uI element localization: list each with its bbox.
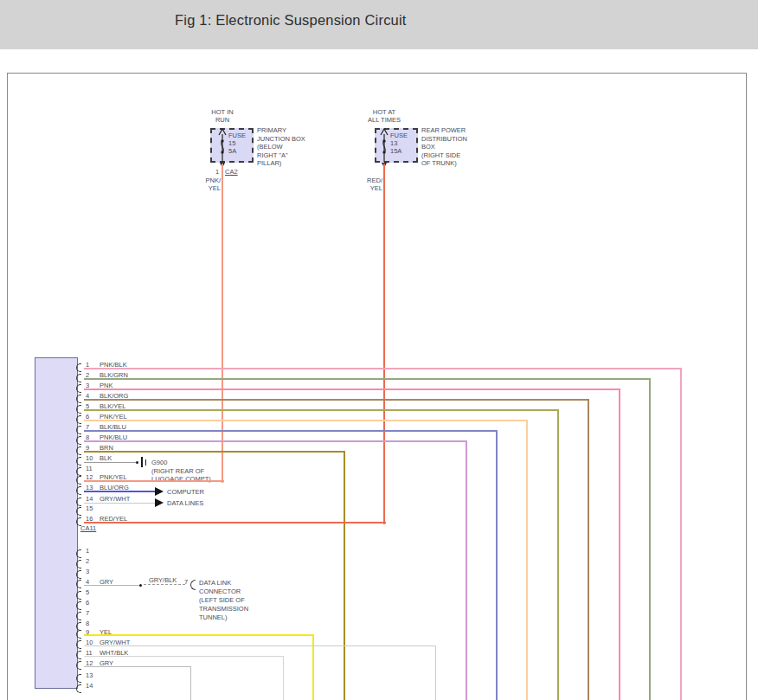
figure-title: Fig 1: Electronic Suspension Circuit bbox=[175, 12, 407, 29]
pin-hook-icon bbox=[76, 591, 81, 600]
pin-hook-icon bbox=[76, 446, 81, 455]
fuse-symbol-icon bbox=[377, 127, 391, 164]
wire-segment bbox=[84, 462, 136, 463]
fuse-desc-line: REAR POWER bbox=[421, 126, 466, 134]
wire-segment bbox=[344, 452, 345, 700]
wire-color-label: RED/ bbox=[348, 177, 382, 184]
wire-color-label: PNK/ bbox=[186, 177, 221, 184]
wire-color-label: BLK bbox=[100, 454, 112, 462]
fuse-desc-line: JUNCTION BOX bbox=[257, 135, 305, 143]
fuse-desc-line: BOX bbox=[421, 143, 435, 151]
pin-number: 3 bbox=[86, 568, 89, 575]
pin-hook-icon bbox=[76, 630, 81, 639]
fuse-desc-line: PILLAR) bbox=[257, 159, 281, 167]
wire-segment bbox=[84, 378, 651, 380]
wire-segment-pnk-yel-feed bbox=[222, 164, 223, 483]
pin-hook-icon bbox=[76, 612, 81, 620]
computer-label-line: DATA LINES bbox=[167, 499, 203, 507]
wire-color-label: GRY/WHT bbox=[100, 495, 130, 503]
wire-segment bbox=[84, 666, 191, 667]
wire-segment bbox=[84, 585, 139, 586]
dashed-wire-segment bbox=[144, 584, 185, 585]
fuse-name: FUSE bbox=[228, 132, 246, 139]
wire-segment bbox=[283, 656, 284, 700]
wire-segment bbox=[84, 503, 155, 504]
dlc-desc-line: CONNECTOR bbox=[199, 588, 241, 595]
dlc-desc-line: (LEFT SIDE OF bbox=[199, 596, 245, 604]
wire-segment bbox=[84, 399, 589, 401]
pin-hook-icon bbox=[76, 436, 81, 445]
fuse-rating: 5A bbox=[228, 147, 236, 155]
pin-hook-icon bbox=[76, 674, 81, 683]
pin-number: 1 bbox=[86, 547, 89, 555]
ground-label: G900 bbox=[151, 459, 167, 466]
pin-hook-icon bbox=[76, 601, 81, 610]
wire-segment bbox=[496, 431, 498, 700]
pin-number: 5 bbox=[86, 588, 89, 596]
pin-number: 8 bbox=[86, 620, 89, 627]
fuse-pin-number: 1 bbox=[215, 168, 219, 176]
wire-segment bbox=[84, 409, 559, 411]
pin-number: 15 bbox=[86, 504, 93, 512]
dlc-desc-line: TUNNEL) bbox=[199, 613, 228, 621]
pin-number: 2 bbox=[86, 557, 89, 565]
pin-hook-icon bbox=[76, 549, 81, 558]
fuse-desc-line: PRIMARY bbox=[257, 126, 286, 134]
fuse-desc-line: RIGHT "A" bbox=[257, 151, 288, 159]
title-banner: Fig 1: Electronic Suspension Circuit bbox=[0, 0, 758, 49]
diagram-canvas: HOT IN RUN FUSE 15 5A PRIMARY JUNCTION B… bbox=[7, 73, 747, 700]
pin-hook-icon bbox=[76, 363, 81, 372]
pin-hook-icon bbox=[76, 560, 81, 568]
pin-number: 6 bbox=[86, 599, 89, 607]
pin-hook-icon bbox=[76, 384, 81, 393]
pin-number: 14 bbox=[86, 682, 93, 690]
dlc-desc-line: DATA LINK bbox=[199, 579, 231, 587]
wire-segment bbox=[84, 522, 386, 523]
fuse-name: FUSE bbox=[390, 132, 408, 139]
pin-hook-icon bbox=[76, 405, 81, 414]
wire-segment bbox=[84, 480, 224, 482]
hot-label-line: HOT IN bbox=[183, 108, 261, 116]
arrow-right-icon bbox=[155, 487, 164, 496]
pin-hook-icon bbox=[76, 426, 81, 434]
pin-hook-icon bbox=[76, 580, 81, 588]
pin-hook-icon bbox=[76, 476, 81, 485]
wire-segment bbox=[190, 666, 191, 700]
fuse-desc-line: OF TRUNK) bbox=[421, 159, 457, 167]
wire-color-label: YEL bbox=[186, 184, 221, 192]
wire-segment bbox=[435, 645, 436, 700]
wire-segment bbox=[84, 420, 528, 421]
fuse-number: 15 bbox=[228, 139, 235, 147]
wire-segment bbox=[84, 491, 155, 492]
fuse-symbol-icon bbox=[215, 127, 229, 164]
connector-label: CA11 bbox=[80, 524, 96, 532]
pin-hook-icon bbox=[76, 374, 81, 382]
pin-hook-icon bbox=[76, 570, 81, 579]
fuse-desc-line: (RIGHT SIDE bbox=[421, 151, 460, 159]
wire-segment bbox=[84, 451, 345, 453]
wire-segment bbox=[84, 634, 314, 636]
wire-segment bbox=[466, 441, 467, 700]
page: { "title": "Fig 1: Electronic Suspension… bbox=[0, 0, 758, 700]
wire-segment bbox=[649, 379, 651, 700]
fuse-number: 13 bbox=[390, 139, 397, 147]
pin-number: 11 bbox=[86, 465, 93, 472]
hot-label-line: RUN bbox=[183, 116, 261, 124]
pin-hook-icon bbox=[76, 661, 81, 670]
wire-segment bbox=[84, 368, 682, 369]
junction-dot bbox=[139, 584, 142, 587]
pin-hook-icon bbox=[76, 507, 81, 516]
pin-hook-icon bbox=[76, 486, 81, 495]
wire-segment bbox=[619, 389, 620, 700]
arrow-right-icon bbox=[155, 498, 164, 507]
pin-hook-icon bbox=[76, 517, 81, 526]
ground-icon bbox=[145, 459, 147, 466]
wire-segment bbox=[84, 389, 620, 390]
pin-hook-icon bbox=[76, 651, 81, 659]
wire-segment bbox=[557, 410, 559, 700]
wire-segment bbox=[526, 421, 528, 700]
wire-segment bbox=[588, 400, 589, 700]
fuse-desc-line: (BELOW bbox=[257, 143, 283, 151]
pin-number: 14 bbox=[86, 495, 93, 503]
pin-hook-icon bbox=[190, 580, 196, 590]
